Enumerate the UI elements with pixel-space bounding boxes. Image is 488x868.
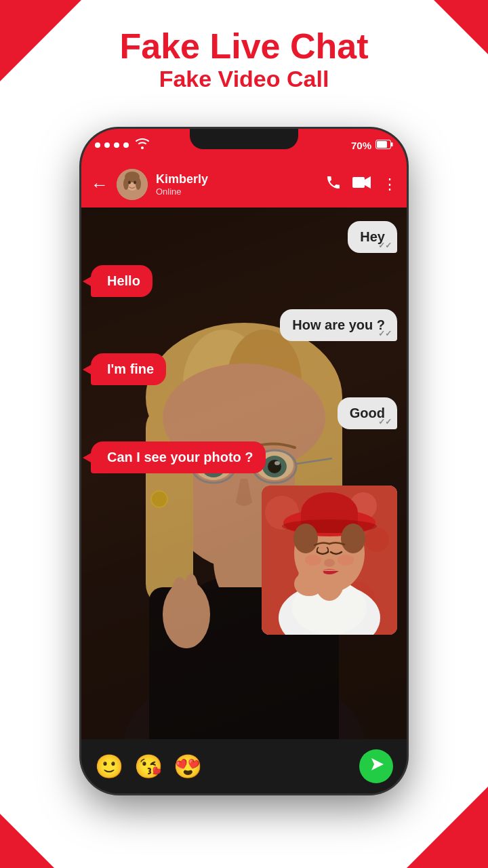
svg-point-7 — [136, 178, 141, 190]
svg-point-64 — [314, 568, 324, 584]
svg-rect-1 — [377, 141, 387, 148]
svg-point-59 — [305, 555, 321, 566]
corner-decoration-bl — [0, 814, 54, 868]
emoji-button-smiley[interactable]: 🙂 — [95, 753, 123, 780]
svg-point-45 — [365, 528, 389, 552]
message-hey: Hey — [348, 221, 397, 253]
message-good: Good — [338, 397, 397, 429]
svg-marker-66 — [371, 758, 384, 770]
call-button[interactable] — [325, 174, 342, 195]
app-title: Fake Live Chat — [0, 27, 488, 66]
contact-name: Kimberly — [156, 172, 317, 186]
corner-decoration-br — [407, 787, 488, 868]
svg-point-6 — [123, 178, 129, 190]
phone-frame: 70% ← — [81, 129, 407, 793]
phone-notch — [190, 129, 298, 149]
svg-point-57 — [341, 524, 365, 553]
contact-info: Kimberly Online — [156, 172, 317, 197]
svg-point-60 — [338, 555, 354, 566]
signal-dot-3 — [114, 142, 119, 148]
back-button[interactable]: ← — [91, 174, 108, 195]
status-left — [95, 138, 149, 152]
page-header: Fake Live Chat Fake Video Call — [0, 27, 488, 92]
app-header: ← Kimberly Online — [81, 161, 407, 208]
svg-point-65 — [296, 576, 306, 591]
message-photo-request: Can I see your photo ? — [91, 441, 266, 473]
svg-point-58 — [324, 559, 335, 567]
status-right: 70% — [351, 140, 393, 151]
svg-point-56 — [293, 524, 318, 553]
wifi-icon — [136, 138, 149, 152]
emoji-button-heart-eyes[interactable]: 😍 — [174, 753, 202, 780]
input-bar: 🙂 😘 😍 — [81, 739, 407, 793]
app-subtitle: Fake Video Call — [0, 66, 488, 92]
signal-dot-2 — [104, 142, 110, 148]
messages-container: Hey Hello How are you ? I'm fine Good Ca… — [81, 208, 407, 739]
avatar — [117, 169, 148, 200]
photo-content — [262, 486, 397, 635]
message-im-fine: I'm fine — [91, 353, 166, 385]
send-icon — [370, 757, 385, 776]
message-photo — [262, 486, 397, 635]
signal-dot-1 — [95, 142, 100, 148]
svg-rect-2 — [391, 142, 393, 146]
more-options-button[interactable]: ⋮ — [382, 176, 397, 193]
message-hello: Hello — [91, 265, 152, 297]
message-how-are-you: How are you ? — [280, 309, 397, 341]
battery-percent: 70% — [351, 140, 371, 151]
chat-area: Hey Hello How are you ? I'm fine Good Ca… — [81, 208, 407, 739]
video-call-button[interactable] — [352, 174, 371, 195]
signal-dot-4 — [123, 142, 129, 148]
send-button[interactable] — [359, 749, 393, 783]
svg-marker-11 — [365, 176, 371, 189]
battery-icon — [375, 140, 393, 151]
svg-point-9 — [134, 181, 136, 184]
svg-rect-10 — [352, 177, 365, 188]
emoji-button-kiss[interactable]: 😘 — [134, 753, 163, 780]
contact-status: Online — [156, 186, 317, 197]
header-actions: ⋮ — [325, 174, 397, 195]
svg-point-8 — [128, 181, 131, 184]
